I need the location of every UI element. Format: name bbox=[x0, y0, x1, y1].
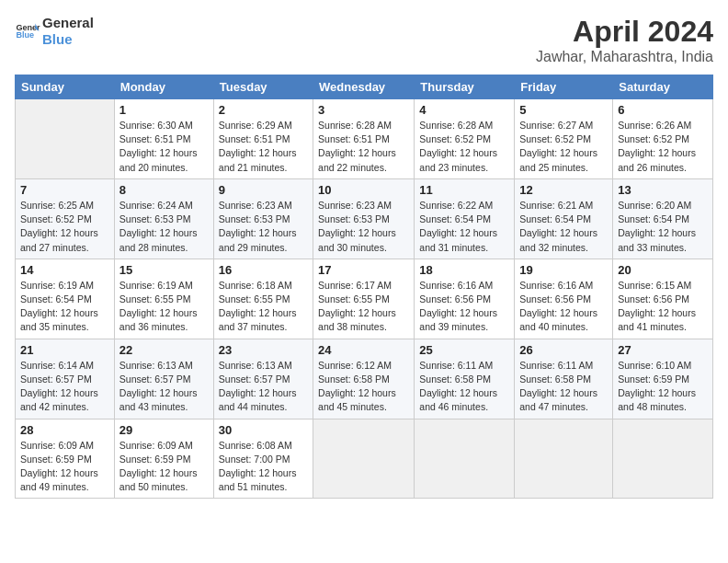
calendar-cell: 16Sunrise: 6:18 AM Sunset: 6:55 PM Dayli… bbox=[213, 259, 313, 339]
day-info: Sunrise: 6:16 AM Sunset: 6:56 PM Dayligh… bbox=[419, 279, 509, 335]
day-number: 1 bbox=[119, 103, 209, 117]
day-number: 17 bbox=[318, 263, 409, 277]
location-title: Jawhar, Maharashtra, India bbox=[536, 49, 713, 65]
month-title: April 2024 bbox=[536, 15, 713, 49]
day-info: Sunrise: 6:29 AM Sunset: 6:51 PM Dayligh… bbox=[219, 119, 308, 175]
calendar-cell: 24Sunrise: 6:12 AM Sunset: 6:58 PM Dayli… bbox=[313, 339, 415, 419]
day-number: 11 bbox=[419, 183, 509, 197]
day-info: Sunrise: 6:16 AM Sunset: 6:56 PM Dayligh… bbox=[519, 279, 608, 335]
title-area: April 2024 Jawhar, Maharashtra, India bbox=[536, 15, 713, 65]
day-number: 2 bbox=[219, 103, 308, 117]
day-info: Sunrise: 6:28 AM Sunset: 6:51 PM Dayligh… bbox=[318, 119, 409, 175]
calendar-cell bbox=[613, 419, 713, 499]
day-info: Sunrise: 6:30 AM Sunset: 6:51 PM Dayligh… bbox=[119, 119, 209, 175]
day-number: 15 bbox=[119, 263, 209, 277]
calendar-cell: 22Sunrise: 6:13 AM Sunset: 6:57 PM Dayli… bbox=[114, 339, 213, 419]
day-info: Sunrise: 6:23 AM Sunset: 6:53 PM Dayligh… bbox=[318, 199, 409, 255]
calendar-cell: 26Sunrise: 6:11 AM Sunset: 6:58 PM Dayli… bbox=[515, 339, 613, 419]
weekday-header: Monday bbox=[114, 75, 213, 99]
calendar-cell: 7Sunrise: 6:25 AM Sunset: 6:52 PM Daylig… bbox=[16, 178, 115, 259]
day-info: Sunrise: 6:22 AM Sunset: 6:54 PM Dayligh… bbox=[419, 199, 509, 255]
weekday-header: Tuesday bbox=[213, 75, 313, 99]
day-number: 12 bbox=[519, 183, 608, 197]
day-info: Sunrise: 6:09 AM Sunset: 6:59 PM Dayligh… bbox=[20, 439, 109, 495]
day-info: Sunrise: 6:12 AM Sunset: 6:58 PM Dayligh… bbox=[318, 359, 409, 415]
weekday-header-row: SundayMondayTuesdayWednesdayThursdayFrid… bbox=[16, 75, 713, 99]
calendar-cell: 21Sunrise: 6:14 AM Sunset: 6:57 PM Dayli… bbox=[16, 339, 115, 419]
day-info: Sunrise: 6:09 AM Sunset: 6:59 PM Dayligh… bbox=[119, 439, 209, 495]
day-number: 14 bbox=[20, 263, 109, 277]
day-info: Sunrise: 6:25 AM Sunset: 6:52 PM Dayligh… bbox=[20, 199, 109, 255]
calendar-week-row: 7Sunrise: 6:25 AM Sunset: 6:52 PM Daylig… bbox=[16, 178, 713, 259]
day-info: Sunrise: 6:15 AM Sunset: 6:56 PM Dayligh… bbox=[618, 279, 708, 335]
day-number: 30 bbox=[219, 423, 308, 437]
svg-text:Blue: Blue bbox=[16, 30, 34, 40]
day-number: 19 bbox=[519, 263, 608, 277]
day-number: 3 bbox=[318, 103, 409, 117]
calendar-cell bbox=[415, 419, 515, 499]
weekday-header: Sunday bbox=[16, 75, 115, 99]
day-number: 29 bbox=[119, 423, 209, 437]
calendar-week-row: 28Sunrise: 6:09 AM Sunset: 6:59 PM Dayli… bbox=[16, 419, 713, 499]
calendar-cell: 4Sunrise: 6:28 AM Sunset: 6:52 PM Daylig… bbox=[415, 99, 515, 179]
calendar-cell: 23Sunrise: 6:13 AM Sunset: 6:57 PM Dayli… bbox=[213, 339, 313, 419]
day-number: 7 bbox=[20, 183, 109, 197]
calendar-cell: 6Sunrise: 6:26 AM Sunset: 6:52 PM Daylig… bbox=[613, 99, 713, 179]
day-info: Sunrise: 6:17 AM Sunset: 6:55 PM Dayligh… bbox=[318, 279, 409, 335]
calendar-cell: 15Sunrise: 6:19 AM Sunset: 6:55 PM Dayli… bbox=[114, 259, 213, 339]
day-info: Sunrise: 6:19 AM Sunset: 6:54 PM Dayligh… bbox=[20, 279, 109, 335]
day-info: Sunrise: 6:23 AM Sunset: 6:53 PM Dayligh… bbox=[219, 199, 308, 255]
calendar-week-row: 14Sunrise: 6:19 AM Sunset: 6:54 PM Dayli… bbox=[16, 259, 713, 339]
day-info: Sunrise: 6:21 AM Sunset: 6:54 PM Dayligh… bbox=[519, 199, 608, 255]
day-number: 22 bbox=[119, 343, 209, 357]
day-number: 23 bbox=[219, 343, 308, 357]
day-info: Sunrise: 6:13 AM Sunset: 6:57 PM Dayligh… bbox=[119, 359, 209, 415]
day-number: 6 bbox=[618, 103, 708, 117]
day-info: Sunrise: 6:14 AM Sunset: 6:57 PM Dayligh… bbox=[20, 359, 109, 415]
calendar-cell: 13Sunrise: 6:20 AM Sunset: 6:54 PM Dayli… bbox=[613, 178, 713, 259]
day-number: 24 bbox=[318, 343, 409, 357]
day-info: Sunrise: 6:11 AM Sunset: 6:58 PM Dayligh… bbox=[419, 359, 509, 415]
day-number: 10 bbox=[318, 183, 409, 197]
day-info: Sunrise: 6:20 AM Sunset: 6:54 PM Dayligh… bbox=[618, 199, 708, 255]
calendar-cell: 20Sunrise: 6:15 AM Sunset: 6:56 PM Dayli… bbox=[613, 259, 713, 339]
day-info: Sunrise: 6:27 AM Sunset: 6:52 PM Dayligh… bbox=[519, 119, 608, 175]
day-info: Sunrise: 6:28 AM Sunset: 6:52 PM Dayligh… bbox=[419, 119, 509, 175]
day-number: 13 bbox=[618, 183, 708, 197]
day-number: 16 bbox=[219, 263, 308, 277]
calendar-cell: 28Sunrise: 6:09 AM Sunset: 6:59 PM Dayli… bbox=[16, 419, 115, 499]
calendar-cell: 18Sunrise: 6:16 AM Sunset: 6:56 PM Dayli… bbox=[415, 259, 515, 339]
day-number: 27 bbox=[618, 343, 708, 357]
calendar-cell: 1Sunrise: 6:30 AM Sunset: 6:51 PM Daylig… bbox=[114, 99, 213, 179]
logo: General Blue GeneralBlue bbox=[15, 15, 94, 48]
calendar-cell: 11Sunrise: 6:22 AM Sunset: 6:54 PM Dayli… bbox=[415, 178, 515, 259]
calendar-cell bbox=[515, 419, 613, 499]
day-info: Sunrise: 6:24 AM Sunset: 6:53 PM Dayligh… bbox=[119, 199, 209, 255]
weekday-header: Friday bbox=[515, 75, 613, 99]
day-number: 9 bbox=[219, 183, 308, 197]
calendar-cell: 3Sunrise: 6:28 AM Sunset: 6:51 PM Daylig… bbox=[313, 99, 415, 179]
calendar-cell: 27Sunrise: 6:10 AM Sunset: 6:59 PM Dayli… bbox=[613, 339, 713, 419]
day-number: 18 bbox=[419, 263, 509, 277]
day-number: 26 bbox=[519, 343, 608, 357]
calendar-cell bbox=[16, 99, 115, 179]
calendar-cell bbox=[313, 419, 415, 499]
day-number: 5 bbox=[519, 103, 608, 117]
day-number: 28 bbox=[20, 423, 109, 437]
calendar-week-row: 1Sunrise: 6:30 AM Sunset: 6:51 PM Daylig… bbox=[16, 99, 713, 179]
day-info: Sunrise: 6:18 AM Sunset: 6:55 PM Dayligh… bbox=[219, 279, 308, 335]
weekday-header: Wednesday bbox=[313, 75, 415, 99]
calendar-cell: 8Sunrise: 6:24 AM Sunset: 6:53 PM Daylig… bbox=[114, 178, 213, 259]
calendar-cell: 2Sunrise: 6:29 AM Sunset: 6:51 PM Daylig… bbox=[213, 99, 313, 179]
day-info: Sunrise: 6:11 AM Sunset: 6:58 PM Dayligh… bbox=[519, 359, 608, 415]
calendar-cell: 14Sunrise: 6:19 AM Sunset: 6:54 PM Dayli… bbox=[16, 259, 115, 339]
day-number: 4 bbox=[419, 103, 509, 117]
calendar-cell: 25Sunrise: 6:11 AM Sunset: 6:58 PM Dayli… bbox=[415, 339, 515, 419]
day-number: 8 bbox=[119, 183, 209, 197]
logo-icon: General Blue bbox=[15, 18, 40, 44]
calendar-cell: 29Sunrise: 6:09 AM Sunset: 6:59 PM Dayli… bbox=[114, 419, 213, 499]
day-info: Sunrise: 6:10 AM Sunset: 6:59 PM Dayligh… bbox=[618, 359, 708, 415]
day-number: 21 bbox=[20, 343, 109, 357]
calendar-table: SundayMondayTuesdayWednesdayThursdayFrid… bbox=[15, 75, 713, 499]
day-info: Sunrise: 6:26 AM Sunset: 6:52 PM Dayligh… bbox=[618, 119, 708, 175]
